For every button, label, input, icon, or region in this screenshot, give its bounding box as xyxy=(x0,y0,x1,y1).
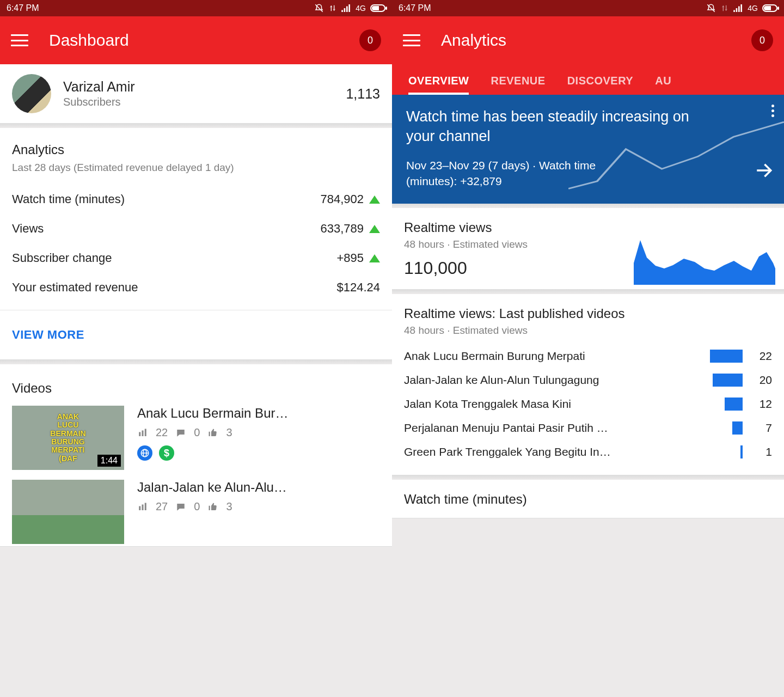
channel-summary-card[interactable]: Varizal Amir Subscribers 1,113 xyxy=(0,64,392,124)
tab-revenue[interactable]: REVENUE xyxy=(491,75,545,95)
avatar xyxy=(12,74,51,113)
svg-rect-3 xyxy=(346,7,348,13)
video-likes: 3 xyxy=(226,426,232,439)
svg-rect-4 xyxy=(349,4,351,12)
analytics-subtitle: Last 28 days (Estimated revenue delayed … xyxy=(12,162,380,174)
realtime-video-views: 12 xyxy=(750,398,772,411)
views-icon xyxy=(137,502,148,512)
metric-row[interactable]: Your estimated revenue $124.24 xyxy=(0,273,392,302)
page-title: Analytics xyxy=(441,31,506,50)
dnd-icon xyxy=(706,3,716,13)
svg-rect-6 xyxy=(142,430,144,436)
realtime-video-views: 20 xyxy=(750,374,772,387)
channel-name: Varizal Amir xyxy=(63,79,135,95)
svg-marker-20 xyxy=(634,240,775,285)
metric-row[interactable]: Subscriber change +895 xyxy=(0,243,392,273)
realtime-last-videos-card: Realtime views: Last published videos 48… xyxy=(392,294,784,475)
monetized-icon: $ xyxy=(159,445,174,461)
realtime-video-views: 1 xyxy=(750,445,772,458)
metric-value: +895 xyxy=(336,251,364,265)
realtime-video-title: Jalan-Jalan ke Alun-Alun Tulungagung xyxy=(404,374,697,387)
metric-row[interactable]: Views 633,789 xyxy=(0,214,392,243)
insight-subtitle-line1: Nov 23–Nov 29 (7 days) · Watch time xyxy=(406,159,596,172)
svg-rect-2 xyxy=(344,8,346,12)
video-title: Jalan-Jalan ke Alun-Alu… xyxy=(137,480,380,495)
app-bar: Analytics 0 OVERVIEWREVENUEDISCOVERYAU xyxy=(392,16,784,95)
bar-icon xyxy=(740,445,743,458)
page-title: Dashboard xyxy=(49,31,129,50)
trend-up-icon xyxy=(369,254,380,262)
analytics-card: Analytics Last 28 days (Estimated revenu… xyxy=(0,128,392,360)
dashboard-screen: 6:47 PM 4G Dashboard 0 Varizal Amir Subs… xyxy=(0,0,392,697)
analytics-title: Analytics xyxy=(12,142,380,157)
tab-overview[interactable]: OVERVIEW xyxy=(408,75,469,95)
globe-icon xyxy=(137,445,152,461)
realtime-video-row[interactable]: Green Park Trenggalek Yang Begitu In… 1 xyxy=(404,440,772,464)
trend-up-icon xyxy=(369,195,380,204)
svg-rect-7 xyxy=(145,429,146,436)
realtime-video-row[interactable]: Jalan Kota Trenggalek Masa Kini 12 xyxy=(404,392,772,416)
svg-rect-11 xyxy=(139,506,140,510)
realtime-video-row[interactable]: Jalan-Jalan ke Alun-Alun Tulungagung 20 xyxy=(404,368,772,392)
realtime-video-row[interactable]: Anak Lucu Bermain Burung Merpati 22 xyxy=(404,344,772,368)
metric-value: 633,789 xyxy=(320,222,364,236)
likes-icon xyxy=(207,502,218,512)
realtime-views-card[interactable]: Realtime views 48 hours · Estimated view… xyxy=(392,208,784,290)
video-thumbnail xyxy=(12,480,124,544)
status-bar: 6:47 PM 4G xyxy=(392,0,784,16)
tab-discovery[interactable]: DISCOVERY xyxy=(567,75,634,95)
video-list-item[interactable]: Jalan-Jalan ke Alun-Alu… 27 0 3 xyxy=(0,470,392,544)
metric-label: Views xyxy=(12,222,44,236)
app-bar: Dashboard 0 xyxy=(0,16,392,64)
duration-badge: 1:44 xyxy=(97,455,121,467)
video-likes: 3 xyxy=(226,500,232,513)
network-label: 4G xyxy=(748,4,758,13)
realtime-video-title: Green Park Trenggalek Yang Begitu In… xyxy=(404,445,697,458)
menu-icon[interactable] xyxy=(403,34,420,46)
metric-label: Your estimated revenue xyxy=(12,280,138,295)
realtime-video-title: Perjalanan Menuju Pantai Pasir Putih … xyxy=(404,421,697,435)
battery-icon xyxy=(370,4,385,12)
metric-value: $124.24 xyxy=(336,280,380,295)
more-icon[interactable] xyxy=(771,105,774,117)
metric-row[interactable]: Watch time (minutes) 784,902 xyxy=(0,185,392,214)
comments-icon xyxy=(175,502,186,512)
comments-icon xyxy=(175,428,186,438)
notifications-badge[interactable]: 0 xyxy=(359,29,381,51)
video-comments: 0 xyxy=(194,500,200,513)
notifications-badge[interactable]: 0 xyxy=(751,29,773,51)
subscribers-count: 1,113 xyxy=(346,86,380,102)
watch-time-section[interactable]: Watch time (minutes) xyxy=(392,480,784,518)
metric-label: Watch time (minutes) xyxy=(12,192,125,206)
status-time: 6:47 PM xyxy=(7,3,39,13)
data-arrows-icon xyxy=(328,4,337,13)
video-list-item[interactable]: ANAKLUCUBERMAINBURUNGMERPATI(DAF 1:44 An… xyxy=(0,396,392,470)
realtime-video-title: Jalan Kota Trenggalek Masa Kini xyxy=(404,398,697,411)
insight-card[interactable]: Watch time has been steadily increasing … xyxy=(392,95,784,204)
realtime-video-views: 22 xyxy=(750,350,772,363)
signal-icon xyxy=(341,4,351,12)
views-icon xyxy=(137,428,148,438)
view-more-link[interactable]: VIEW MORE xyxy=(12,328,84,341)
realtime-title: Realtime views xyxy=(404,220,772,235)
trend-up-icon xyxy=(369,225,380,233)
menu-icon[interactable] xyxy=(11,34,28,46)
network-label: 4G xyxy=(356,4,366,13)
svg-rect-12 xyxy=(142,504,144,510)
tab-au[interactable]: AU xyxy=(655,75,671,95)
arrow-right-icon[interactable] xyxy=(755,161,773,182)
realtime-video-row[interactable]: Perjalanan Menuju Pantai Pasir Putih … 7 xyxy=(404,416,772,440)
video-title: Anak Lucu Bermain Bur… xyxy=(137,406,380,421)
subscribers-label: Subscribers xyxy=(63,96,135,108)
svg-rect-1 xyxy=(342,10,344,13)
realtime-video-title: Anak Lucu Bermain Burung Merpati xyxy=(404,350,697,363)
bar-icon xyxy=(713,374,743,387)
sparkline-chart xyxy=(634,236,775,285)
status-bar: 6:47 PM 4G xyxy=(0,0,392,16)
dnd-icon xyxy=(314,3,324,13)
realtime-videos-title: Realtime views: Last published videos xyxy=(404,306,772,321)
bar-icon xyxy=(710,350,743,363)
svg-rect-5 xyxy=(139,432,140,436)
analytics-screen: 6:47 PM 4G Analytics 0 OVERVIEWREVENUEDI… xyxy=(392,0,784,697)
realtime-video-views: 7 xyxy=(750,421,772,435)
